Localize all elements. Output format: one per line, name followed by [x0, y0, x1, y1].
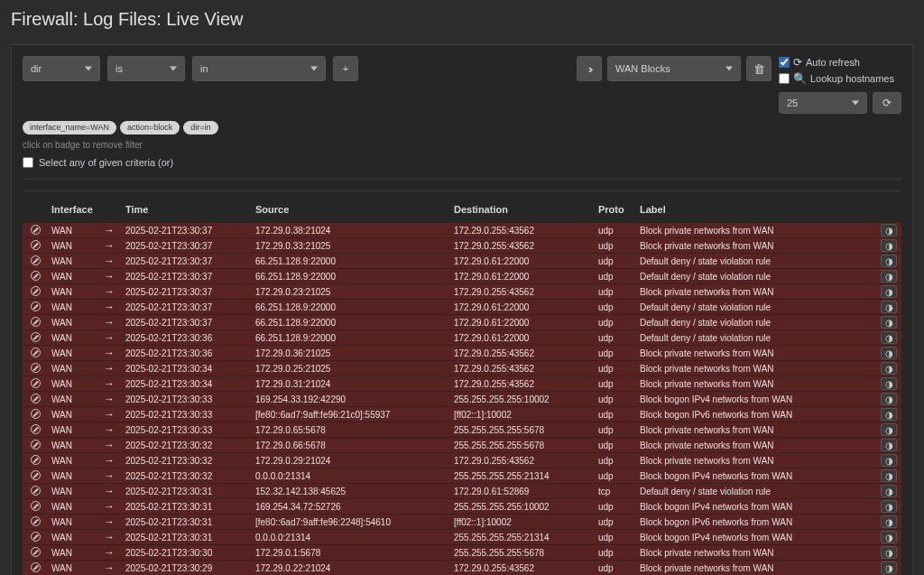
filter-badge[interactable]: action=block: [120, 121, 180, 134]
table-row[interactable]: WAN→2025-02-21T23:30:33172.29.0.65:56782…: [23, 422, 901, 438]
table-row[interactable]: WAN→2025-02-21T23:30:320.0.0.0:21314255.…: [23, 468, 901, 484]
block-icon: [31, 547, 41, 557]
cell-source: 172.29.0.66:5678: [252, 438, 450, 453]
filter-value-select[interactable]: in: [192, 56, 326, 81]
col-label[interactable]: Label: [636, 197, 876, 223]
cell-label: Default deny / state violation rule: [636, 330, 876, 346]
table-row[interactable]: WAN→2025-02-21T23:30:37172.29.0.33:21025…: [23, 238, 901, 254]
table-row[interactable]: WAN→2025-02-21T23:30:3766.251.128.9:2200…: [23, 300, 901, 315]
row-info-button[interactable]: ◑: [881, 531, 897, 543]
lookup-hostnames-toggle[interactable]: 🔍 Lookup hostnames: [779, 72, 901, 85]
reload-button[interactable]: ⟳: [873, 92, 901, 114]
lookup-hostnames-checkbox[interactable]: [779, 73, 790, 84]
table-row[interactable]: WAN→2025-02-21T23:30:3766.251.128.9:2200…: [23, 254, 901, 269]
table-row[interactable]: WAN→2025-02-21T23:30:3766.251.128.9:2200…: [23, 315, 901, 330]
col-destination[interactable]: Destination: [450, 197, 595, 223]
row-info-button[interactable]: ◑: [881, 454, 897, 467]
col-source[interactable]: Source: [252, 197, 450, 223]
cell-time: 2025-02-21T23:30:31: [122, 530, 252, 545]
table-row[interactable]: WAN→2025-02-21T23:30:31169.254.34.72:527…: [23, 499, 901, 515]
arrow-right-icon: →: [104, 224, 115, 236]
table-row[interactable]: WAN→2025-02-21T23:30:37172.29.0.38:21024…: [23, 223, 901, 238]
table-row[interactable]: WAN→2025-02-21T23:30:29172.29.0.22:21024…: [23, 561, 901, 576]
templates-select[interactable]: WAN Blocks: [607, 56, 741, 81]
row-info-button[interactable]: ◑: [881, 485, 897, 497]
row-info-button[interactable]: ◑: [881, 423, 897, 436]
cell-destination: 172.29.0.255:43562: [450, 561, 595, 576]
table-row[interactable]: WAN→2025-02-21T23:30:33169.254.33.192:42…: [23, 392, 901, 407]
select-any-checkbox[interactable]: [23, 157, 33, 168]
table-row[interactable]: WAN→2025-02-21T23:30:31[fe80::6ad7:9aff:…: [23, 515, 901, 530]
row-info-button[interactable]: ◑: [881, 347, 897, 359]
table-row[interactable]: WAN→2025-02-21T23:30:3766.251.128.9:2200…: [23, 269, 901, 284]
row-info-button[interactable]: ◑: [881, 377, 897, 390]
filter-op-select[interactable]: is: [107, 56, 185, 81]
row-info-button[interactable]: ◑: [881, 393, 897, 405]
row-info-button[interactable]: ◑: [881, 469, 897, 482]
filter-badge[interactable]: dir=in: [183, 121, 217, 134]
row-info-button[interactable]: ◑: [881, 285, 897, 298]
cell-time: 2025-02-21T23:30:32: [122, 453, 252, 468]
filter-field-select[interactable]: dir: [23, 56, 100, 81]
table-row[interactable]: WAN→2025-02-21T23:30:30172.29.0.1:567825…: [23, 545, 901, 561]
row-info-button[interactable]: ◑: [881, 561, 897, 574]
table-row[interactable]: WAN→2025-02-21T23:30:36172.29.0.36:21025…: [23, 346, 901, 361]
block-icon: [31, 470, 41, 480]
add-filter-button[interactable]: +: [333, 56, 358, 81]
row-info-button[interactable]: ◑: [881, 331, 897, 344]
filter-badge[interactable]: interface_name=WAN: [23, 121, 116, 134]
auto-refresh-checkbox[interactable]: [779, 57, 790, 68]
table-row[interactable]: WAN→2025-02-21T23:30:31152.32.142.138:45…: [23, 484, 901, 499]
cell-interface: WAN: [48, 407, 100, 422]
cell-label: Default deny / state violation rule: [636, 254, 876, 269]
row-info-button[interactable]: ◑: [881, 270, 897, 283]
table-row[interactable]: WAN→2025-02-21T23:30:37172.29.0.23:21025…: [23, 284, 901, 300]
cell-interface: WAN: [48, 330, 100, 346]
table-row[interactable]: WAN→2025-02-21T23:30:3666.251.128.9:2200…: [23, 330, 901, 346]
cell-destination: 172.29.0.61:22000: [450, 330, 595, 346]
cell-label: Block private networks from WAN: [636, 376, 876, 392]
select-any-toggle[interactable]: Select any of given criteria (or): [23, 157, 901, 180]
row-info-button[interactable]: ◑: [881, 255, 897, 267]
row-info-button[interactable]: ◑: [881, 224, 897, 236]
row-info-button[interactable]: ◑: [881, 362, 897, 375]
cell-label: Block private networks from WAN: [636, 223, 876, 238]
row-info-button[interactable]: ◑: [881, 546, 897, 559]
table-row[interactable]: WAN→2025-02-21T23:30:310.0.0.0:21314255.…: [23, 530, 901, 545]
col-proto[interactable]: Proto: [595, 197, 636, 223]
row-info-button[interactable]: ◑: [881, 301, 897, 313]
cell-proto: udp: [595, 361, 636, 376]
table-row[interactable]: WAN→2025-02-21T23:30:34172.29.0.25:21025…: [23, 361, 901, 376]
table-row[interactable]: WAN→2025-02-21T23:30:34172.29.0.31:21024…: [23, 376, 901, 392]
log-scroll[interactable]: Interface Time Source Destination Proto …: [23, 197, 901, 575]
cell-source: 169.254.34.72:52726: [252, 499, 450, 515]
cell-interface: WAN: [48, 315, 100, 330]
cell-time: 2025-02-21T23:30:33: [122, 422, 252, 438]
cell-interface: WAN: [48, 499, 100, 515]
arrow-right-icon: →: [104, 439, 115, 451]
filter-field-value: dir: [31, 63, 42, 74]
auto-refresh-toggle[interactable]: ⟳ Auto refresh: [779, 56, 901, 69]
row-info-button[interactable]: ◑: [881, 439, 897, 451]
active-filter-badges: interface_name=WANaction=blockdir=in: [23, 121, 901, 134]
delete-template-button[interactable]: 🗑: [746, 56, 772, 81]
col-time[interactable]: Time: [122, 197, 252, 223]
cell-destination: 255.255.255.255:5678: [450, 422, 595, 438]
table-row[interactable]: WAN→2025-02-21T23:30:32172.29.0.29:21024…: [23, 453, 901, 468]
cell-interface: WAN: [48, 515, 100, 530]
cell-time: 2025-02-21T23:30:31: [122, 484, 252, 499]
col-interface[interactable]: Interface: [48, 197, 100, 223]
row-info-button[interactable]: ◑: [881, 500, 897, 513]
block-icon: [31, 516, 41, 526]
row-info-button[interactable]: ◑: [881, 316, 897, 329]
page-size-select[interactable]: 25: [779, 92, 867, 114]
table-row[interactable]: WAN→2025-02-21T23:30:32172.29.0.66:56782…: [23, 438, 901, 453]
templates-expand-button[interactable]: ››: [577, 56, 602, 81]
row-info-button[interactable]: ◑: [881, 408, 897, 421]
table-row[interactable]: WAN→2025-02-21T23:30:33[fe80::6ad7:9aff:…: [23, 407, 901, 422]
block-icon: [31, 394, 41, 403]
row-info-button[interactable]: ◑: [881, 239, 897, 252]
cell-label: Block bogon IPv6 networks from WAN: [636, 515, 876, 530]
row-info-button[interactable]: ◑: [881, 515, 897, 528]
page-size-value: 25: [787, 97, 798, 108]
